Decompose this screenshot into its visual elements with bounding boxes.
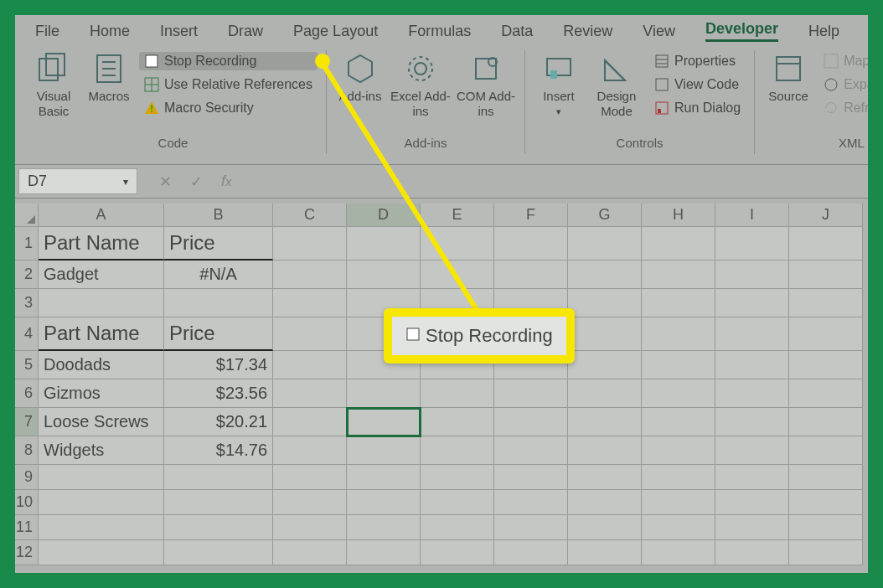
cell[interactable]: Gadget xyxy=(39,260,164,289)
cell[interactable]: Part Name xyxy=(39,227,164,260)
enter-icon[interactable]: ✓ xyxy=(190,173,203,191)
column-header[interactable]: C xyxy=(273,204,347,227)
cell[interactable] xyxy=(273,515,347,540)
cell[interactable] xyxy=(494,465,568,490)
cell[interactable] xyxy=(789,260,863,289)
cell[interactable] xyxy=(642,515,715,540)
column-header[interactable]: G xyxy=(568,204,642,227)
cell[interactable] xyxy=(494,436,568,465)
cell[interactable] xyxy=(715,515,789,540)
cell[interactable] xyxy=(494,490,568,515)
refresh-data-button[interactable]: Refresh Data xyxy=(818,99,868,117)
cell[interactable] xyxy=(273,260,347,289)
cell[interactable] xyxy=(164,490,273,515)
map-properties-button[interactable]: Map Properties xyxy=(818,52,868,70)
expansion-packs-button[interactable]: Expansion Pac xyxy=(818,75,868,94)
tab-formulas[interactable]: Formulas xyxy=(408,23,471,40)
cell[interactable] xyxy=(715,408,789,436)
cancel-icon[interactable]: ✕ xyxy=(159,173,172,191)
cell[interactable] xyxy=(273,540,347,565)
row-header[interactable]: 2 xyxy=(15,260,39,289)
cell[interactable] xyxy=(39,490,164,515)
cell[interactable] xyxy=(164,289,273,317)
cell[interactable] xyxy=(642,408,715,436)
cell[interactable] xyxy=(421,379,494,408)
cell[interactable] xyxy=(347,260,421,289)
cell[interactable] xyxy=(715,436,789,465)
cell[interactable] xyxy=(568,351,642,379)
cell[interactable] xyxy=(715,351,789,379)
cell[interactable] xyxy=(421,515,494,540)
column-header[interactable]: E xyxy=(421,204,494,227)
cell[interactable] xyxy=(642,289,715,317)
cell[interactable] xyxy=(642,379,715,408)
cell[interactable] xyxy=(789,465,863,490)
cell[interactable]: Price xyxy=(164,317,273,351)
cell[interactable]: Gizmos xyxy=(39,379,164,408)
cell[interactable] xyxy=(39,465,164,490)
cell[interactable] xyxy=(273,408,347,436)
source-button[interactable]: Source xyxy=(763,50,813,104)
column-header[interactable]: B xyxy=(164,204,273,227)
cell[interactable] xyxy=(494,408,568,436)
cell[interactable] xyxy=(642,317,715,351)
cell[interactable] xyxy=(715,540,789,565)
cell[interactable] xyxy=(568,379,642,408)
run-dialog-button[interactable]: Run Dialog xyxy=(649,99,746,117)
cell[interactable] xyxy=(421,408,494,436)
column-header[interactable]: H xyxy=(642,204,715,227)
row-header[interactable]: 8 xyxy=(15,436,39,465)
cell[interactable] xyxy=(715,317,789,351)
cell[interactable] xyxy=(347,436,421,465)
cell[interactable] xyxy=(494,227,568,260)
cell[interactable] xyxy=(494,515,568,540)
row-header[interactable]: 12 xyxy=(15,540,39,565)
cell[interactable]: $20.21 xyxy=(164,408,273,436)
cell[interactable]: Loose Screws xyxy=(39,408,164,436)
cell[interactable] xyxy=(164,515,273,540)
select-all-corner[interactable] xyxy=(15,204,39,227)
row-header[interactable]: 4 xyxy=(15,317,39,351)
cell[interactable] xyxy=(39,540,164,565)
tab-page-layout[interactable]: Page Layout xyxy=(293,23,378,40)
cell[interactable] xyxy=(421,465,494,490)
cell[interactable] xyxy=(642,540,715,565)
cell[interactable]: #N/A xyxy=(164,260,273,289)
cell[interactable] xyxy=(421,436,494,465)
com-addins-button[interactable]: COM Add-ins xyxy=(456,50,516,119)
cell[interactable] xyxy=(642,351,715,379)
tab-insert[interactable]: Insert xyxy=(160,23,198,40)
view-code-button[interactable]: View Code xyxy=(649,75,746,94)
row-header[interactable]: 7 xyxy=(15,408,39,436)
column-header[interactable]: I xyxy=(715,204,789,227)
cell[interactable] xyxy=(715,289,789,317)
cell[interactable] xyxy=(39,289,164,317)
cell[interactable] xyxy=(789,540,863,565)
cell[interactable] xyxy=(273,490,347,515)
cell[interactable] xyxy=(273,227,347,260)
cell[interactable] xyxy=(494,260,568,289)
cell[interactable]: Doodads xyxy=(39,351,164,379)
tab-help[interactable]: Help xyxy=(808,23,839,40)
cell[interactable] xyxy=(789,317,863,351)
cell[interactable] xyxy=(164,540,273,565)
cell[interactable] xyxy=(568,436,642,465)
cell[interactable] xyxy=(568,260,642,289)
cell[interactable] xyxy=(273,351,347,379)
cell[interactable] xyxy=(39,515,164,540)
column-header[interactable]: J xyxy=(789,204,863,227)
chevron-down-icon[interactable]: ▾ xyxy=(123,176,128,188)
cell[interactable] xyxy=(568,408,642,436)
cell[interactable] xyxy=(494,379,568,408)
tab-view[interactable]: View xyxy=(643,23,675,40)
cell[interactable] xyxy=(568,540,642,565)
name-box[interactable]: D7 ▾ xyxy=(18,168,137,194)
tab-review[interactable]: Review xyxy=(563,23,612,40)
cell[interactable] xyxy=(642,227,715,260)
visual-basic-button[interactable]: Visual Basic xyxy=(28,50,79,119)
cell[interactable] xyxy=(789,436,863,465)
cell[interactable] xyxy=(347,540,421,565)
row-header[interactable]: 11 xyxy=(15,515,39,540)
cell[interactable]: $14.76 xyxy=(164,436,273,465)
cell[interactable] xyxy=(568,289,642,317)
